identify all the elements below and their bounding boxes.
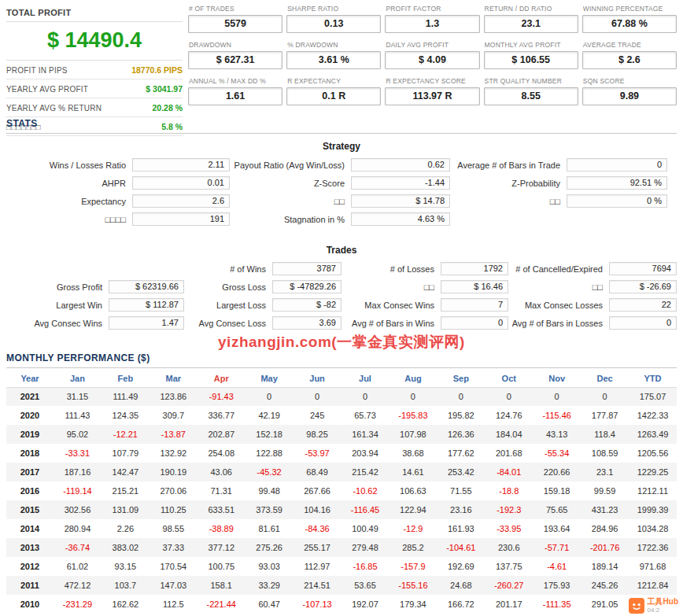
monthly-value-cell: -38.89: [198, 519, 246, 538]
monthly-year-cell: 2020: [6, 406, 54, 425]
summary-row-value: 18770.6 PIPS: [131, 65, 183, 75]
metric-cell: DRAWDOWN$ 627.31: [188, 41, 282, 69]
monthly-value-cell: -192.3: [485, 500, 533, 519]
monthly-value-cell: -53.97: [294, 444, 342, 463]
stats-row: Largest Win$ 112.87Largest Loss$ -82Max …: [6, 298, 677, 312]
metric-cell: STR QUALITY NUMBER8.55: [484, 77, 578, 105]
monthly-value-cell: 184.04: [485, 425, 533, 444]
monthly-value-cell: 61.02: [54, 557, 102, 576]
monthly-column-header[interactable]: Jun: [294, 370, 342, 387]
monthly-value-cell: 104.16: [294, 500, 342, 519]
metric-label: DRAWDOWN: [189, 41, 282, 49]
monthly-column-header[interactable]: Aug: [389, 370, 437, 387]
monthly-value-cell: 202.87: [198, 425, 246, 444]
monthly-value-cell: 170.54: [150, 557, 198, 576]
monthly-column-header[interactable]: Jul: [342, 370, 389, 387]
metric-value: 113.97 R: [385, 87, 479, 105]
stat-label: Max Consec Wins: [342, 301, 441, 310]
monthly-value-cell: 1722.36: [629, 538, 677, 557]
monthly-value-cell: 203.94: [342, 444, 389, 463]
monthly-column-header[interactable]: Nov: [533, 370, 581, 387]
monthly-value-cell: 93.03: [246, 557, 294, 576]
monthly-row: 2016-119.14215.21270.0671.3199.48267.66-…: [6, 481, 677, 500]
monthly-column-header[interactable]: Dec: [581, 370, 629, 387]
stat-label: □□□□: [6, 215, 132, 224]
monthly-value-cell: 1205.56: [629, 444, 677, 463]
monthly-value-cell: 38.68: [389, 444, 437, 463]
metric-value: 1.3: [385, 15, 479, 33]
stat-label: Z-Probability: [450, 179, 567, 188]
monthly-value-cell: 110.25: [150, 500, 198, 519]
monthly-row: 2010-231.29162.62112.5-221.4460.47-107.1…: [6, 595, 677, 614]
monthly-column-header[interactable]: Year: [6, 370, 54, 387]
summary-panel: TOTAL PROFIT $ 14490.4 PROFIT IN PIPS187…: [6, 5, 183, 136]
stat-value: $ 112.87: [109, 298, 184, 312]
monthly-value-cell: 60.47: [246, 595, 294, 614]
metric-label: STR QUALITY NUMBER: [485, 77, 578, 85]
monthly-year-cell: 2011: [6, 576, 54, 595]
summary-row: YEARLY AVG % RETURN20.28 %: [6, 98, 183, 117]
monthly-header-row: YearJanFebMarAprMayJunJulAugSepOctNovDec…: [6, 370, 677, 387]
stat-value: $ -82: [272, 298, 342, 312]
monthly-value-cell: 1263.49: [629, 425, 677, 444]
monthly-year-cell: 2018: [6, 444, 54, 463]
monthly-column-header[interactable]: May: [246, 370, 294, 387]
metric-cell: % DRAWDOWN3.61 %: [286, 41, 381, 69]
monthly-value-cell: -107.13: [294, 595, 342, 614]
monthly-value-cell: 123.86: [150, 387, 198, 406]
monthly-value-cell: -221.44: [198, 595, 246, 614]
metric-label: R EXPECTANCY: [287, 77, 381, 85]
monthly-value-cell: 98.55: [150, 519, 198, 538]
monthly-value-cell: 270.06: [150, 481, 198, 500]
stat-value: $ 62319.66: [109, 280, 184, 293]
monthly-value-cell: 192.07: [342, 595, 389, 614]
monthly-value-cell: 111.43: [54, 406, 102, 425]
stat-value: 0: [609, 316, 677, 330]
trading-report-page: TOTAL PROFIT $ 14490.4 PROFIT IN PIPS187…: [0, 0, 683, 616]
monthly-value-cell: 201.17: [485, 595, 533, 614]
monthly-column-header[interactable]: Sep: [437, 370, 485, 387]
total-profit-value: $ 14490.4: [6, 22, 183, 61]
monthly-section-header: MONTHLY PERFORMANCE ($): [6, 352, 677, 368]
stat-label: Avg # of Bars in Wins: [342, 319, 441, 328]
monthly-value-cell: 108.59: [581, 444, 629, 463]
monthly-value-cell: -260.27: [485, 576, 533, 595]
monthly-value-cell: 187.16: [54, 463, 102, 481]
monthly-value-cell: 152.18: [246, 425, 294, 444]
stat-value: 2.11: [132, 158, 230, 172]
monthly-value-cell: 112.97: [294, 557, 342, 576]
metric-cell: SQN SCORE9.89: [582, 77, 677, 105]
metric-cell: AVERAGE TRADE$ 2.6: [582, 41, 677, 69]
monthly-column-header[interactable]: Feb: [102, 370, 150, 387]
monthly-column-header[interactable]: Jan: [54, 370, 102, 387]
monthly-value-cell: 195.82: [437, 406, 485, 425]
stat-label: # of Losses: [342, 264, 441, 274]
monthly-column-header[interactable]: Mar: [150, 370, 198, 387]
monthly-value-cell: -33.31: [54, 444, 102, 463]
monthly-value-cell: 161.34: [342, 425, 389, 444]
monthly-column-header[interactable]: Apr: [198, 370, 246, 387]
monthly-value-cell: -201.76: [581, 538, 629, 557]
metric-label: DAILY AVG PROFIT: [386, 41, 479, 49]
monthly-column-header[interactable]: YTD: [629, 370, 677, 387]
monthly-year-cell: 2015: [6, 500, 54, 519]
monthly-value-cell: 220.66: [533, 463, 581, 481]
stat-value: 0: [441, 316, 508, 330]
monthly-value-cell: -116.45: [342, 500, 389, 519]
stat-value: 0 %: [567, 194, 667, 208]
monthly-column-header[interactable]: Oct: [485, 370, 533, 387]
monthly-value-cell: -18.8: [485, 481, 533, 500]
strategy-table: Strategy Wins / Losses Ratio2.11Payout R…: [6, 141, 677, 231]
monthly-value-cell: 0: [581, 387, 629, 406]
monthly-value-cell: 99.48: [246, 481, 294, 500]
metric-cell: MONTHLY AVG PROFIT$ 106.55: [484, 41, 578, 69]
monthly-value-cell: 0: [485, 387, 533, 406]
stat-value: -1.44: [351, 176, 450, 190]
monthly-value-cell: 99.59: [581, 481, 629, 500]
monthly-value-cell: -231.29: [54, 595, 102, 614]
monthly-value-cell: 122.88: [246, 444, 294, 463]
summary-row: PROFIT IN PIPS18770.6 PIPS: [6, 61, 183, 79]
stat-value: 0.01: [132, 176, 230, 190]
metric-label: WINNING PERCENTAGE: [583, 5, 677, 13]
monthly-value-cell: 53.65: [342, 576, 389, 595]
